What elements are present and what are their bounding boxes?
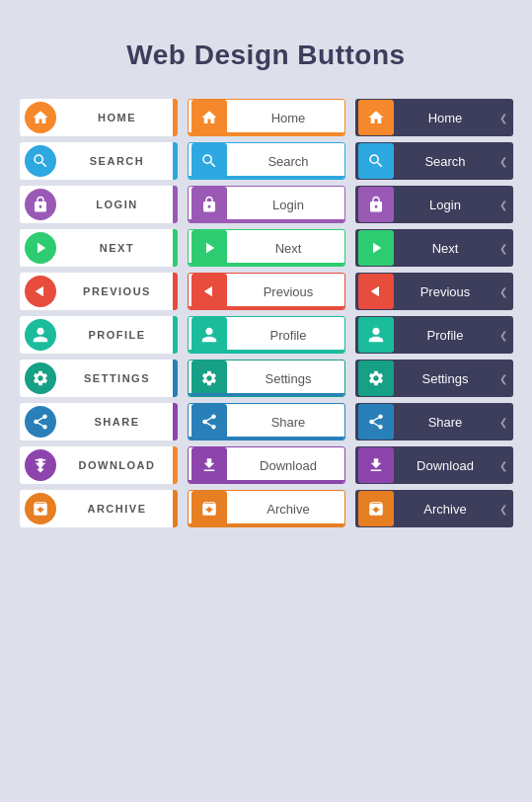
share-bar-2 (189, 437, 344, 440)
profile-label-1: Profile (62, 329, 173, 341)
chevron-icon-search (494, 142, 513, 180)
settings-icon-3 (358, 361, 394, 396)
column-style1: Home Search Login Next (20, 99, 178, 527)
btn-profile-2[interactable]: Profile (188, 316, 345, 354)
btn-archive-1[interactable]: Archive (20, 490, 178, 527)
archive-icon-2 (191, 491, 227, 526)
home-label-2: Home (233, 111, 344, 125)
share-label-2: Share (233, 415, 344, 430)
login-bar-1 (173, 186, 178, 223)
btn-search-2[interactable]: Search (188, 142, 345, 180)
profile-icon-2 (191, 317, 227, 353)
chevron-icon-share (494, 403, 513, 441)
prev-icon-3 (358, 274, 394, 309)
home-label-3: Home (398, 111, 494, 125)
download-icon (25, 449, 56, 481)
chevron-icon-next (494, 229, 513, 267)
settings-label-3: Settings (398, 371, 494, 386)
prev-icon-2 (191, 274, 227, 309)
login-label-2: Login (233, 198, 344, 212)
settings-icon (25, 362, 56, 394)
chevron-icon-login (494, 186, 513, 223)
prev-icon (25, 276, 56, 307)
btn-download-2[interactable]: Download (188, 446, 345, 484)
next-label-1: Next (62, 242, 173, 254)
lock-icon (25, 189, 56, 220)
download-icon-3 (358, 447, 394, 483)
btn-home-2[interactable]: Home (188, 99, 345, 136)
column-style3: Home Search Login Next (355, 99, 513, 527)
home-icon-3 (358, 100, 394, 135)
lock-icon-2 (191, 187, 227, 222)
btn-settings-3[interactable]: Settings (355, 360, 513, 397)
share-icon-3 (358, 404, 394, 440)
btn-prev-1[interactable]: Previous (20, 273, 178, 310)
btn-login-3[interactable]: Login (355, 186, 513, 223)
btn-share-1[interactable]: Share (20, 403, 178, 441)
buttons-grid: Home Search Login Next (10, 99, 522, 527)
btn-search-3[interactable]: Search (355, 142, 513, 180)
home-icon-2 (191, 100, 227, 135)
next-label-3: Next (398, 241, 494, 256)
profile-icon-3 (358, 317, 394, 353)
next-icon-3 (358, 230, 394, 266)
btn-archive-2[interactable]: Archive (188, 490, 345, 527)
chevron-icon-settings (494, 360, 513, 397)
download-icon-2 (191, 447, 227, 483)
btn-prev-2[interactable]: Previous (188, 273, 345, 310)
chevron-icon-download (494, 446, 513, 484)
btn-home-1[interactable]: Home (20, 99, 178, 136)
btn-download-3[interactable]: Download (355, 446, 513, 484)
btn-search-1[interactable]: Search (20, 142, 178, 180)
btn-next-2[interactable]: Next (188, 229, 345, 267)
btn-share-2[interactable]: Share (188, 403, 345, 441)
btn-download-1[interactable]: Download (20, 446, 178, 484)
btn-profile-3[interactable]: Profile (355, 316, 513, 354)
archive-label-1: Archive (62, 503, 173, 515)
archive-label-3: Archive (398, 502, 494, 517)
settings-label-1: Settings (62, 372, 173, 384)
settings-bar-2 (189, 393, 344, 396)
chevron-icon-home (494, 99, 513, 136)
profile-bar-1 (173, 316, 178, 354)
settings-bar-1 (173, 360, 178, 397)
btn-next-3[interactable]: Next (355, 229, 513, 267)
download-bar-2 (189, 480, 344, 483)
download-label-1: Download (62, 459, 173, 471)
archive-icon-3 (358, 491, 394, 526)
search-label-3: Search (398, 154, 494, 169)
btn-home-3[interactable]: Home (355, 99, 513, 136)
prev-label-2: Previous (233, 284, 344, 299)
page-title: Web Design Buttons (126, 40, 405, 71)
profile-bar-2 (189, 350, 344, 353)
chevron-icon-archive (494, 490, 513, 527)
btn-prev-3[interactable]: Previous (355, 273, 513, 310)
btn-next-1[interactable]: Next (20, 229, 178, 267)
search-label-2: Search (233, 154, 344, 169)
download-bar-1 (173, 446, 178, 484)
archive-label-2: Archive (233, 502, 344, 517)
home-bar-2 (189, 132, 344, 135)
share-bar-1 (173, 403, 178, 441)
archive-icon (25, 493, 56, 524)
btn-share-3[interactable]: Share (355, 403, 513, 441)
share-label-1: Share (62, 416, 173, 428)
login-bar-2 (189, 219, 344, 222)
search-icon (25, 145, 56, 177)
btn-archive-3[interactable]: Archive (355, 490, 513, 527)
next-bar-1 (173, 229, 178, 267)
chevron-icon-prev (494, 273, 513, 310)
next-label-2: Next (233, 241, 344, 256)
btn-profile-1[interactable]: Profile (20, 316, 178, 354)
settings-icon-2 (191, 361, 227, 396)
btn-login-2[interactable]: Login (188, 186, 345, 223)
settings-label-2: Settings (233, 371, 344, 386)
lock-icon-3 (358, 187, 394, 222)
btn-login-1[interactable]: Login (20, 186, 178, 223)
next-icon-2 (191, 230, 227, 266)
next-icon (25, 232, 56, 264)
share-label-3: Share (398, 415, 494, 430)
prev-label-3: Previous (398, 284, 494, 299)
btn-settings-2[interactable]: Settings (188, 360, 345, 397)
btn-settings-1[interactable]: Settings (20, 360, 178, 397)
